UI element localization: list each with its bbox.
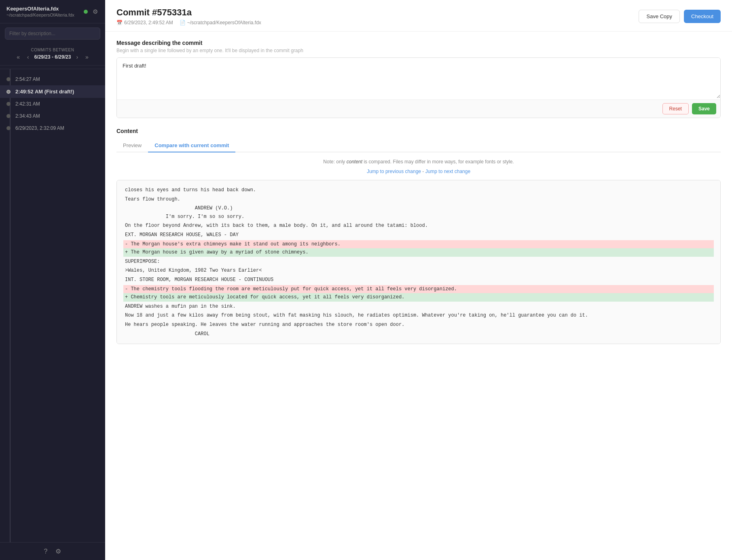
diff-line: CAROL (123, 330, 714, 338)
commit-item[interactable]: 2:42:31 AM (0, 98, 105, 110)
save-copy-button[interactable]: Save Copy (639, 10, 680, 23)
sidebar-title-group: KeepersOfAlteria.fdx ~/scratchpad/Keeper… (6, 6, 74, 17)
commit-dot (6, 126, 11, 130)
diff-line: Tears flow through. (123, 195, 714, 204)
message-actions: Reset Save (117, 99, 720, 118)
content-tabs: Preview Compare with current commit (116, 139, 721, 152)
calendar-icon: 📅 (116, 20, 123, 25)
main-body: Message describing the commit Begin with… (105, 32, 732, 560)
timeline-line (10, 69, 11, 542)
main-header: Commit #575331a 📅 6/29/2023, 2:49:52 AM … (105, 0, 732, 32)
commit-time: 6/29/2023, 2:32:09 AM (15, 125, 64, 131)
sidebar-filename: KeepersOfAlteria.fdx (6, 6, 74, 12)
tab-preview[interactable]: Preview (116, 139, 148, 152)
message-section-subtitle: Begin with a single line followed by an … (116, 48, 721, 53)
compare-note: Note: only content is compared. Files ma… (116, 159, 721, 165)
diff-line: ANDREW washes a mufin pan in the sink. (123, 302, 714, 311)
commit-datetime: 📅 6/29/2023, 2:49:52 AM (116, 20, 173, 25)
commit-item[interactable]: 2:49:52 AM (First draft!) (0, 85, 105, 98)
commit-time: 2:34:43 AM (15, 113, 40, 119)
commits-between: COMMITS BETWEEN « ‹ 6/29/23 - 6/29/23 › … (0, 45, 105, 66)
filter-input[interactable] (5, 27, 100, 40)
diff-line: + Chemistry tools are meticulously locat… (123, 293, 714, 302)
message-box: Reset Save (116, 57, 721, 118)
main-content: Commit #575331a 📅 6/29/2023, 2:49:52 AM … (105, 0, 732, 560)
commits-nav-prev[interactable]: ‹ (25, 53, 31, 61)
commit-filepath: 📄 ~/scratchpad/KeepersOfAlteria.fdx (180, 20, 261, 25)
commits-between-label: COMMITS BETWEEN (0, 48, 105, 52)
jump-controls: Jump to previous change - Jump to next c… (116, 169, 721, 174)
diff-line: INT. STORE ROOM, MORGAN RESEARCH HOUSE -… (123, 276, 714, 284)
header-actions: Save Copy Checkout (639, 10, 721, 23)
settings-icon-button[interactable]: ⚙ (92, 7, 99, 16)
commits-list: 2:54:27 AM 2:49:52 AM (First draft!) 2:4… (0, 69, 105, 542)
save-button[interactable]: Save (692, 103, 716, 114)
sidebar-status-dot (84, 10, 88, 14)
commit-time: 2:54:27 AM (15, 76, 40, 82)
diff-line: EXT. MORGAN RESEARCH HOUSE, WALES - DAY (123, 231, 714, 239)
commit-item[interactable]: 2:54:27 AM (0, 73, 105, 85)
diff-view: closes his eyes and turns his head back … (116, 180, 721, 344)
diff-line: >Wales, United Kingdom, 1982 Two Years E… (123, 266, 714, 275)
commits-between-range: 6/29/23 - 6/29/23 (34, 54, 71, 60)
diff-line: - The Morgan house's extra chimneys make… (123, 240, 714, 249)
commit-dot (6, 114, 11, 118)
help-button[interactable]: ? (44, 548, 48, 555)
commit-dot (6, 102, 11, 106)
diff-line: He hears people speaking. He leaves the … (123, 321, 714, 329)
diff-line: closes his eyes and turns his head back … (123, 186, 714, 194)
message-section-title: Message describing the commit (116, 40, 721, 46)
diff-line: + The Morgan house is given away by a my… (123, 248, 714, 257)
diff-line: SUPERIMPOSE: (123, 258, 714, 266)
footer-settings-button[interactable]: ⚙ (55, 547, 61, 555)
commit-time: 2:49:52 AM (First draft!) (15, 89, 74, 95)
diff-line: - The chemistry tools flooding the room … (123, 285, 714, 294)
commit-title-group: Commit #575331a 📅 6/29/2023, 2:49:52 AM … (116, 7, 261, 25)
diff-line: On the floor beyond Andrew, with its bac… (123, 222, 714, 230)
commits-nav-next-next[interactable]: » (83, 53, 91, 61)
tab-compare[interactable]: Compare with current commit (148, 139, 235, 152)
commit-item[interactable]: 6/29/2023, 2:32:09 AM (0, 122, 105, 134)
diff-line: ANDREW (V.O.) (123, 204, 714, 213)
commit-title: Commit #575331a (116, 7, 261, 18)
file-icon: 📄 (180, 20, 186, 25)
diff-content: closes his eyes and turns his head back … (117, 180, 720, 344)
diff-line: I'm sorry. I'm so so sorry. (123, 213, 714, 221)
commit-message-section: Message describing the commit Begin with… (116, 40, 721, 118)
jump-next-link[interactable]: Jump to next change (425, 169, 470, 174)
checkout-button[interactable]: Checkout (684, 10, 721, 23)
commit-item[interactable]: 2:34:43 AM (0, 110, 105, 122)
sidebar-path: ~/scratchpad/KeepersOfAlteria.fdx (6, 13, 74, 17)
sidebar-header: KeepersOfAlteria.fdx ~/scratchpad/Keeper… (0, 0, 105, 23)
commit-time: 2:42:31 AM (15, 101, 40, 107)
commit-dot (6, 90, 11, 94)
commits-nav-prev-prev[interactable]: « (15, 53, 22, 61)
sidebar-footer: ? ⚙ (0, 542, 105, 560)
commit-dot (6, 77, 11, 81)
diff-line: Now 18 and just a few kilos away from be… (123, 311, 714, 320)
commits-nav-next[interactable]: › (74, 53, 80, 61)
reset-button[interactable]: Reset (662, 103, 689, 114)
sidebar: KeepersOfAlteria.fdx ~/scratchpad/Keeper… (0, 0, 105, 560)
commit-meta: 📅 6/29/2023, 2:49:52 AM 📄 ~/scratchpad/K… (116, 20, 261, 25)
content-section: Content Preview Compare with current com… (116, 128, 721, 344)
message-textarea[interactable] (117, 58, 720, 98)
jump-prev-link[interactable]: Jump to previous change (367, 169, 421, 174)
content-label: Content (116, 128, 721, 134)
